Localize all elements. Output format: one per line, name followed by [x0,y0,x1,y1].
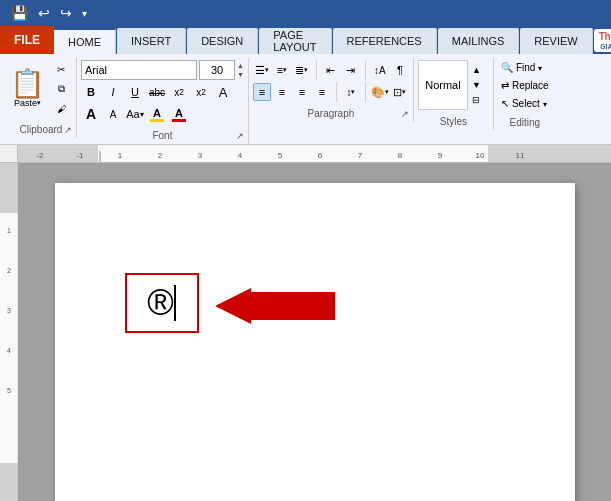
quick-access-dropdown[interactable]: ▾ [79,7,90,20]
svg-text:9: 9 [438,151,443,160]
svg-text:1: 1 [7,227,11,234]
svg-text:11: 11 [516,151,525,160]
left-ruler: 1 2 3 4 5 [0,163,18,501]
replace-icon: ⇄ [501,80,509,91]
select-button[interactable]: ↖ Select ▾ [498,96,552,111]
styles-scroll-down[interactable]: ▼ [472,80,481,90]
styles-scroll-up[interactable]: ▲ [472,65,481,75]
svg-rect-20 [0,463,18,501]
tab-home[interactable]: HOME [54,28,116,54]
redo-button[interactable]: ↪ [57,4,75,22]
cut-button[interactable]: ✂ [50,60,72,78]
ribbon: 📋 Paste▾ ✂ ⧉ 🖌 Clipboard ↗ ▲ ▼ B [0,54,611,145]
sort-button[interactable]: ↕A [371,61,389,79]
ribbon-group-styles: Normal ▲ ▼ ⊟ Styles [414,58,494,130]
tab-design[interactable]: DESIGN [187,28,258,54]
document-scroll[interactable]: ® [18,163,611,501]
line-spacing-button[interactable]: ↕▾ [342,83,360,101]
svg-rect-19 [0,213,18,463]
svg-rect-2 [98,145,488,163]
svg-rect-18 [0,163,18,213]
svg-text:-1: -1 [76,151,84,160]
tab-mailings[interactable]: MAILINGS [438,28,520,54]
ribbon-group-editing: 🔍 Find ▾ ⇄ Replace ↖ Select ▾ Editing [494,58,556,131]
svg-text:1: 1 [118,151,123,160]
align-right-button[interactable]: ≡ [293,83,311,101]
tab-insert[interactable]: INSERT [117,28,186,54]
arrow-head [215,288,251,324]
svg-text:3: 3 [7,307,11,314]
clear-format-button[interactable]: A [213,82,233,102]
tab-review[interactable]: REVIEW [520,28,592,54]
svg-text:2: 2 [7,267,11,274]
increase-indent-button[interactable]: ⇥ [342,61,360,79]
arrow-body [251,292,335,320]
tab-references[interactable]: REFERENCES [333,28,437,54]
ruler-main: -2 -1 1 2 3 4 5 6 7 8 9 10 11 [18,145,611,163]
svg-text:8: 8 [398,151,403,160]
borders-button[interactable]: ⊡▾ [391,83,409,101]
decrease-indent-button[interactable]: ⇤ [322,61,340,79]
multilevel-list-button[interactable]: ≣▾ [293,61,311,79]
document-page: ® [55,183,575,501]
highlight-button[interactable]: A [147,104,167,124]
find-icon: 🔍 [501,62,513,73]
font-size-input[interactable] [199,60,235,80]
shrink-font-button[interactable]: A [103,104,123,124]
align-center-button[interactable]: ≡ [273,83,291,101]
svg-text:3: 3 [198,151,203,160]
svg-rect-0 [18,145,98,163]
font-expand-icon[interactable]: ↗ [236,131,244,141]
para-row1: ☰▾ ≡▾ ≣▾ ⇤ ⇥ ↕A ¶ [253,60,409,80]
paragraph-expand-icon[interactable]: ↗ [401,109,409,119]
font-size-up-icon[interactable]: ▲ [237,61,244,70]
replace-button[interactable]: ⇄ Replace [498,78,552,93]
strikethrough-button[interactable]: abc [147,82,167,102]
document-area: 1 2 3 4 5 ® [0,163,611,501]
shading-button[interactable]: 🎨▾ [371,83,389,101]
svg-text:4: 4 [238,151,243,160]
italic-button[interactable]: I [103,82,123,102]
find-button[interactable]: 🔍 Find ▾ [498,60,552,75]
font-size-stepper[interactable]: ▲ ▼ [237,61,244,79]
grow-font-button[interactable]: A [81,104,101,124]
styles-expand[interactable]: ⊟ [472,95,481,105]
change-case-button[interactable]: Aa▾ [125,104,145,124]
logo-mid: GIA SAN CONG SO [600,43,611,50]
tab-page-layout[interactable]: PAGE LAYOUT [259,28,331,54]
tab-file[interactable]: FILE [0,26,54,54]
copy-button[interactable]: ⧉ [50,80,72,98]
numbering-button[interactable]: ≡▾ [273,61,291,79]
bold-button[interactable]: B [81,82,101,102]
superscript-button[interactable]: x2 [191,82,211,102]
quick-access-toolbar: 💾 ↩ ↪ ▾ [0,0,611,26]
font-row3: A A Aa▾ A A [81,104,244,124]
svg-text:5: 5 [278,151,283,160]
select-label: Select ▾ [512,98,547,109]
align-left-button[interactable]: ≡ [253,83,271,101]
para-row2: ≡ ≡ ≡ ≡ ↕▾ 🎨▾ ⊡▾ [253,82,409,102]
show-formatting-button[interactable]: ¶ [391,61,409,79]
style-normal[interactable]: Normal [418,60,468,110]
svg-text:5: 5 [7,387,11,394]
styles-dropdown[interactable]: ▲ ▼ ⊟ [470,60,483,110]
font-size-down-icon[interactable]: ▼ [237,70,244,79]
save-button[interactable]: 💾 [8,4,31,22]
justify-button[interactable]: ≡ [313,83,331,101]
svg-text:4: 4 [7,347,11,354]
format-painter-button[interactable]: 🖌 [50,100,72,118]
svg-text:-2: -2 [36,151,44,160]
para-divider2 [365,60,366,80]
subscript-button[interactable]: x2 [169,82,189,102]
paste-button[interactable]: 📋 Paste▾ [10,70,45,108]
font-color-button[interactable]: A [169,104,189,124]
registered-symbol: ® [147,285,174,321]
logo-top: ThuthuatOffice [599,31,611,43]
ruler: -2 -1 1 2 3 4 5 6 7 8 9 10 11 [0,145,611,163]
underline-button[interactable]: U [125,82,145,102]
select-icon: ↖ [501,98,509,109]
font-name-input[interactable] [81,60,197,80]
clipboard-expand-icon[interactable]: ↗ [64,125,72,135]
bullets-button[interactable]: ☰▾ [253,61,271,79]
undo-button[interactable]: ↩ [35,4,53,22]
